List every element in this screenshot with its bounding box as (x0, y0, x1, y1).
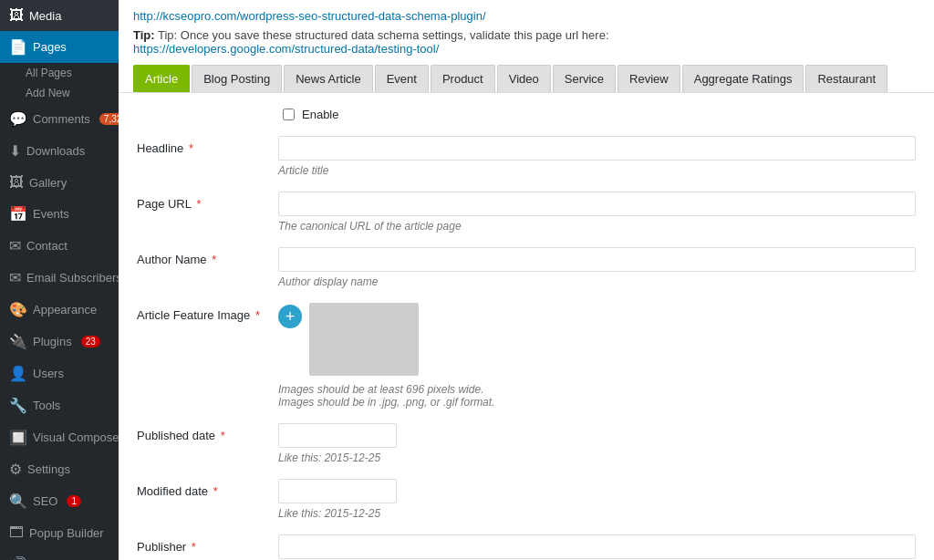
sidebar-label-comments: Comments (33, 112, 90, 126)
downloads-icon: ⬇ (9, 142, 21, 160)
seo-icon: 🔍 (9, 493, 27, 510)
headline-hint: Article title (278, 164, 916, 177)
sidebar-item-seo[interactable]: 🔍 SEO 1 (0, 485, 119, 517)
tip-content: Tip: Once you save these structured data… (158, 28, 609, 42)
sidebar-label-media: Media (29, 9, 61, 23)
feature-image-label: Article Feature Image * (137, 303, 278, 322)
visual-composer-icon: 🔲 (9, 429, 27, 446)
page-url-input[interactable] (278, 192, 916, 216)
sidebar-label-users: Users (33, 367, 64, 380)
sidebar-sub-all-pages[interactable]: All Pages (0, 63, 119, 83)
page-url-row: Page URL * The canonical URL of the arti… (137, 192, 916, 233)
top-links: http://kcseopro.com/wordpress-seo-struct… (119, 0, 934, 61)
image-hint-2: Images should be in .jpg, .png, or .gif … (278, 396, 916, 409)
sidebar-label-seo: SEO (33, 494, 57, 508)
tab-video[interactable]: Video (497, 65, 551, 92)
main-content: http://kcseopro.com/wordpress-seo-struct… (119, 0, 934, 560)
sidebar-label-contact: Contact (26, 239, 67, 253)
image-hint-1: Images should be at least 696 pixels wid… (278, 383, 916, 396)
sidebar-label-plugins: Plugins (33, 335, 72, 348)
headline-label: Headline * (137, 136, 278, 155)
sidebar-item-users[interactable]: 👤 Users (0, 358, 119, 389)
page-url-input-wrap: The canonical URL of the article page (278, 192, 916, 233)
headline-input[interactable] (278, 136, 916, 161)
modified-date-input[interactable] (278, 479, 397, 503)
tab-event[interactable]: Event (375, 65, 429, 92)
tab-aggregate-ratings[interactable]: Aggregate Ratings (682, 65, 804, 92)
sidebar-item-appearance[interactable]: 🎨 Appearance (0, 294, 119, 326)
enable-checkbox[interactable] (283, 109, 295, 120)
sidebar-sub-add-new[interactable]: Add New (0, 83, 119, 103)
sidebar-item-email-subscribers[interactable]: ✉ Email Subscribers (0, 262, 119, 294)
sidebar-item-settings[interactable]: ⚙ Settings (0, 453, 119, 485)
sidebar-label-gallery: Gallery (29, 176, 67, 190)
tab-news-article[interactable]: News Article (284, 65, 373, 92)
enable-row: Enable (137, 108, 916, 121)
image-hints: Images should be at least 696 pixels wid… (278, 383, 916, 409)
sidebar-item-media[interactable]: 🖼 Media (0, 0, 119, 31)
plugins-icon: 🔌 (9, 333, 27, 350)
comments-badge: 7,328 (99, 113, 119, 125)
seo-badge: 1 (67, 495, 81, 507)
sidebar-label-settings: Settings (27, 462, 70, 476)
tab-service[interactable]: Service (553, 65, 616, 92)
sidebar-label-events: Events (33, 207, 69, 221)
sidebar-item-powerpress[interactable]: 🔊 PowerPress (0, 548, 119, 560)
comments-icon: 💬 (9, 110, 27, 128)
sidebar-item-downloads[interactable]: ⬇ Downloads (0, 135, 119, 167)
appearance-icon: 🎨 (9, 301, 27, 318)
published-date-hint: Like this: 2015-12-25 (278, 451, 916, 464)
published-date-input[interactable] (278, 423, 397, 448)
media-icon: 🖼 (9, 7, 24, 24)
sidebar-label-email-subscribers: Email Subscribers (26, 271, 119, 285)
sidebar-label-popup-builder: Popup Builder (29, 526, 104, 540)
tab-product[interactable]: Product (431, 65, 495, 92)
powerpress-icon: 🔊 (9, 555, 27, 560)
sidebar-label-downloads: Downloads (26, 144, 85, 158)
sidebar-item-gallery[interactable]: 🖼 Gallery (0, 167, 119, 198)
image-upload-area: + (278, 303, 916, 376)
events-icon: 📅 (9, 205, 27, 223)
headline-row: Headline * Article title (137, 136, 916, 177)
sidebar-item-pages[interactable]: 📄 Pages (0, 31, 119, 63)
image-placeholder (309, 303, 419, 376)
modified-date-label: Modified date * (137, 479, 278, 498)
author-name-row: Author Name * Author display name (137, 247, 916, 288)
sidebar-label-tools: Tools (33, 399, 60, 412)
published-date-row: Published date * Like this: 2015-12-25 (137, 423, 916, 464)
page-url-hint: The canonical URL of the article page (278, 220, 916, 233)
email-subscribers-icon: ✉ (9, 269, 21, 286)
author-name-input-wrap: Author display name (278, 247, 916, 288)
form-area: Enable Headline * Article title Page URL… (119, 93, 934, 560)
sidebar-item-contact[interactable]: ✉ Contact (0, 230, 119, 262)
plugins-badge: 23 (81, 336, 100, 347)
gallery-icon: 🖼 (9, 174, 24, 191)
pages-icon: 📄 (9, 38, 27, 56)
author-name-input[interactable] (278, 247, 916, 272)
plugin-link[interactable]: http://kcseopro.com/wordpress-seo-struct… (133, 9, 486, 23)
tab-blog-posting[interactable]: Blog Posting (192, 65, 282, 92)
tools-icon: 🔧 (9, 397, 27, 414)
validator-link[interactable]: https://developers.google.com/structured… (133, 42, 439, 56)
modified-date-hint: Like this: 2015-12-25 (278, 507, 916, 520)
author-name-label: Author Name * (137, 247, 278, 266)
sidebar-item-comments[interactable]: 💬 Comments 7,328 (0, 103, 119, 135)
sidebar-item-plugins[interactable]: 🔌 Plugins 23 (0, 326, 119, 358)
publisher-input[interactable] (278, 534, 916, 559)
schema-tabs: Article Blog Posting News Article Event … (119, 61, 934, 93)
sidebar-item-popup-builder[interactable]: 🗔 Popup Builder (0, 517, 119, 548)
add-image-button[interactable]: + (278, 305, 302, 328)
modified-date-row: Modified date * Like this: 2015-12-25 (137, 479, 916, 520)
tab-restaurant[interactable]: Restaurant (805, 65, 887, 92)
headline-input-wrap: Article title (278, 136, 916, 177)
tab-review[interactable]: Review (617, 65, 680, 92)
contact-icon: ✉ (9, 237, 21, 254)
publisher-label: Publisher * (137, 534, 278, 554)
modified-date-wrap: Like this: 2015-12-25 (278, 479, 916, 520)
sidebar-item-visual-composer[interactable]: 🔲 Visual Composer (0, 421, 119, 453)
published-date-label: Published date * (137, 423, 278, 442)
sidebar-item-events[interactable]: 📅 Events (0, 198, 119, 230)
sidebar-item-tools[interactable]: 🔧 Tools (0, 389, 119, 421)
popup-builder-icon: 🗔 (9, 524, 24, 541)
tab-article[interactable]: Article (133, 65, 190, 92)
